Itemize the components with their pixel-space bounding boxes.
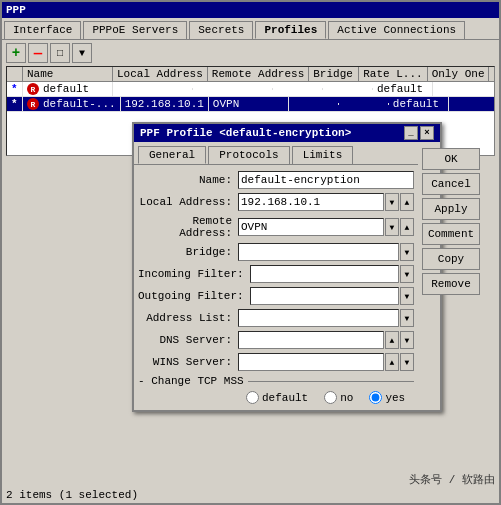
cancel-button[interactable]: Cancel bbox=[422, 173, 480, 195]
address-list-dropdown-btn[interactable]: ▼ bbox=[400, 309, 414, 327]
local-address-dropdown-btn[interactable]: ▼ bbox=[385, 193, 399, 211]
dialog-minimize-button[interactable]: _ bbox=[404, 126, 418, 140]
dialog-action-buttons: OK Cancel Apply Comment Copy Remove bbox=[418, 142, 478, 410]
radio-input-no[interactable] bbox=[324, 391, 337, 404]
filter-button[interactable]: ▼ bbox=[72, 43, 92, 63]
row-name-1: R default bbox=[23, 82, 113, 96]
ok-button[interactable]: OK bbox=[422, 148, 480, 170]
outgoing-filter-dropdown-btn[interactable]: ▼ bbox=[400, 287, 414, 305]
outgoing-filter-input-group: ▼ bbox=[250, 287, 414, 305]
title-bar: PPP bbox=[2, 2, 499, 18]
row-only-1: default bbox=[373, 82, 433, 96]
th-name: Name bbox=[23, 67, 113, 81]
radio-default: default bbox=[246, 391, 308, 404]
th-rate-limit: Rate L... bbox=[359, 67, 427, 81]
row-rate-2 bbox=[339, 103, 389, 105]
row-rate-1 bbox=[323, 88, 373, 90]
tcp-mss-separator: - Change TCP MSS bbox=[138, 375, 414, 387]
remove-button[interactable]: — bbox=[28, 43, 48, 63]
local-address-up-btn[interactable]: ▲ bbox=[400, 193, 414, 211]
copy-button-dialog[interactable]: Copy bbox=[422, 248, 480, 270]
remote-address-input[interactable] bbox=[238, 218, 384, 236]
bridge-label: Bridge: bbox=[138, 246, 238, 258]
dialog-title-bar: PPF Profile <default-encryption> _ × bbox=[134, 124, 440, 142]
th-marker bbox=[7, 67, 23, 81]
th-remote-address: Remote Address bbox=[208, 67, 309, 81]
outgoing-filter-input[interactable] bbox=[250, 287, 399, 305]
tab-pppoe-servers[interactable]: PPPoE Servers bbox=[83, 21, 187, 39]
remove-button-dialog[interactable]: Remove bbox=[422, 273, 480, 295]
wins-server-input-group: ▲ ▼ bbox=[238, 353, 414, 371]
dialog-close-button[interactable]: × bbox=[420, 126, 434, 140]
dialog-content: General Protocols Limits Name: Local Add… bbox=[134, 142, 440, 410]
watermark: 头条号 / 软路由 bbox=[409, 472, 495, 487]
radio-yes: yes bbox=[369, 391, 405, 404]
tcp-mss-radio-group: default no yes bbox=[246, 391, 414, 404]
incoming-filter-input-group: ▼ bbox=[250, 265, 414, 283]
name-label: Name: bbox=[138, 174, 238, 186]
remote-address-row: Remote Address: ▼ ▲ bbox=[138, 215, 414, 239]
incoming-filter-input[interactable] bbox=[250, 265, 399, 283]
row-marker-1: * bbox=[7, 82, 23, 96]
bridge-row: Bridge: ▼ bbox=[138, 243, 414, 261]
row-remote-1 bbox=[193, 88, 273, 90]
name-input[interactable] bbox=[238, 171, 414, 189]
row-name-2: R default-... bbox=[23, 97, 121, 111]
wins-server-label: WINS Server: bbox=[138, 356, 238, 368]
dialog-tabs: General Protocols Limits bbox=[134, 142, 418, 164]
wins-down-btn[interactable]: ▼ bbox=[400, 353, 414, 371]
apply-button[interactable]: Apply bbox=[422, 198, 480, 220]
remote-address-dropdown-btn[interactable]: ▼ bbox=[385, 218, 399, 236]
separator-line bbox=[248, 381, 414, 382]
wins-up-btn[interactable]: ▲ bbox=[385, 353, 399, 371]
local-address-input[interactable] bbox=[238, 193, 384, 211]
address-list-label: Address List: bbox=[138, 312, 238, 324]
status-bar: 2 items (1 selected) bbox=[2, 487, 499, 503]
dialog-title-text: PPF Profile <default-encryption> bbox=[140, 127, 351, 139]
incoming-filter-dropdown-btn[interactable]: ▼ bbox=[400, 265, 414, 283]
dns-up-btn[interactable]: ▲ bbox=[385, 331, 399, 349]
dialog-tab-general[interactable]: General bbox=[138, 146, 206, 164]
bridge-dropdown-btn[interactable]: ▼ bbox=[400, 243, 414, 261]
profile-dialog: PPF Profile <default-encryption> _ × Gen… bbox=[132, 122, 442, 412]
address-list-input[interactable] bbox=[238, 309, 399, 327]
row-bridge-1 bbox=[273, 88, 323, 90]
tab-profiles[interactable]: Profiles bbox=[255, 21, 326, 39]
wins-server-row: WINS Server: ▲ ▼ bbox=[138, 353, 414, 371]
table-row[interactable]: * R default default bbox=[7, 82, 494, 97]
row-only-2: default bbox=[389, 97, 449, 111]
incoming-filter-label: Incoming Filter: bbox=[138, 268, 250, 280]
row-bridge-2 bbox=[289, 103, 339, 105]
dialog-tab-limits[interactable]: Limits bbox=[292, 146, 354, 164]
bridge-input[interactable] bbox=[238, 243, 399, 261]
wins-server-input[interactable] bbox=[238, 353, 384, 371]
radio-input-default[interactable] bbox=[246, 391, 259, 404]
radio-label-no: no bbox=[340, 392, 353, 404]
dns-server-input[interactable] bbox=[238, 331, 384, 349]
name-row: Name: bbox=[138, 171, 414, 189]
table-row-selected[interactable]: * R default-... 192.168.10.1 OVPN defaul… bbox=[7, 97, 494, 112]
remote-address-up-btn[interactable]: ▲ bbox=[400, 218, 414, 236]
radio-no: no bbox=[324, 391, 353, 404]
dialog-title-buttons: _ × bbox=[404, 126, 434, 140]
tab-active-connections[interactable]: Active Connections bbox=[328, 21, 465, 39]
radio-input-yes[interactable] bbox=[369, 391, 382, 404]
row-local-1 bbox=[113, 88, 193, 90]
copy-button[interactable]: □ bbox=[50, 43, 70, 63]
dialog-tab-protocols[interactable]: Protocols bbox=[208, 146, 289, 164]
tab-interface[interactable]: Interface bbox=[4, 21, 81, 39]
local-address-label: Local Address: bbox=[138, 196, 238, 208]
address-list-input-group: ▼ bbox=[238, 309, 414, 327]
th-local-address: Local Address bbox=[113, 67, 208, 81]
add-button[interactable]: + bbox=[6, 43, 26, 63]
outgoing-filter-row: Outgoing Filter: ▼ bbox=[138, 287, 414, 305]
radio-label-default: default bbox=[262, 392, 308, 404]
dns-down-btn[interactable]: ▼ bbox=[400, 331, 414, 349]
th-bridge: Bridge bbox=[309, 67, 359, 81]
tab-bar: Interface PPPoE Servers Secrets Profiles… bbox=[2, 18, 499, 40]
comment-button[interactable]: Comment bbox=[422, 223, 480, 245]
toolbar: + — □ ▼ bbox=[2, 40, 499, 66]
row-icon-2: R bbox=[27, 98, 39, 110]
tab-secrets[interactable]: Secrets bbox=[189, 21, 253, 39]
outgoing-filter-label: Outgoing Filter: bbox=[138, 290, 250, 302]
